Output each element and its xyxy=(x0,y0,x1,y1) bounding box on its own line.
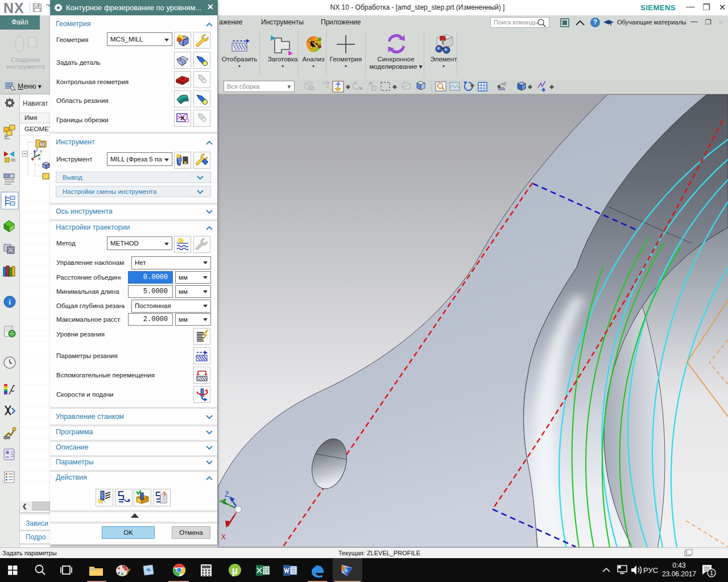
svg-text:1: 1 xyxy=(710,570,713,576)
svg-text:X: X xyxy=(221,533,226,541)
svg-text:i: i xyxy=(9,298,11,306)
svg-text:0:43: 0:43 xyxy=(672,562,686,569)
svg-text:Y: Y xyxy=(40,149,43,153)
svg-text:23.06.2017: 23.06.2017 xyxy=(662,570,696,578)
svg-text:µ: µ xyxy=(232,565,238,576)
svg-text:X: X xyxy=(38,157,41,161)
svg-text:Z: Z xyxy=(225,490,229,498)
svg-text:РУС: РУС xyxy=(643,566,658,575)
svg-text:Z: Z xyxy=(36,148,39,152)
